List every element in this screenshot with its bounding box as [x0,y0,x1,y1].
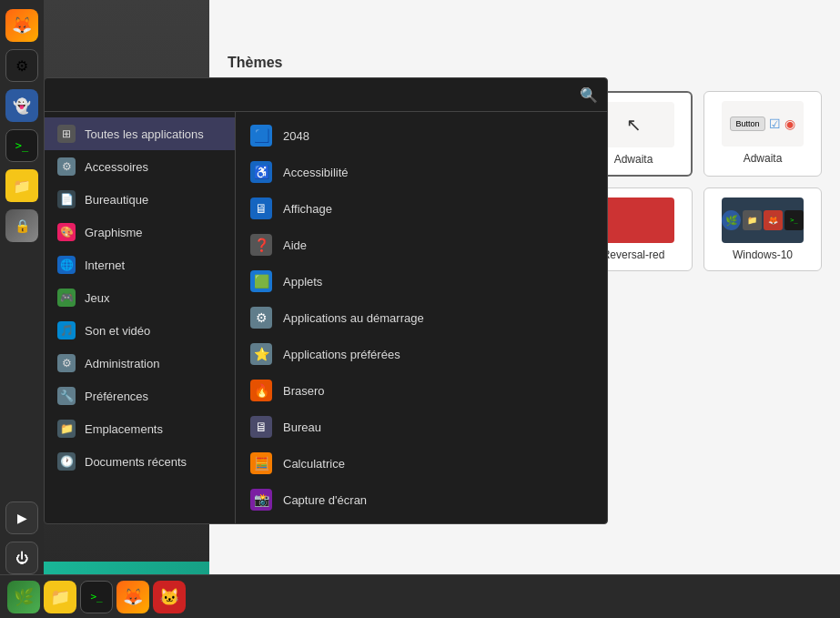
app-icon-startup: ⚙ [250,307,272,329]
app-item-accessibilite[interactable]: ♿ Accessibilité [236,154,607,190]
menu-item-documents-recents[interactable]: 🕐 Documents récents [45,445,235,478]
app-label-brasero: Brasero [283,384,325,398]
menu-label-accessories: Accessoires [85,160,148,174]
app-item-startup[interactable]: ⚙ Applications au démarrage [236,299,607,336]
dropdown-overlay: 🔍 ⊞ Toutes les applications ⚙ Accessoire… [44,77,608,524]
app-item-applets[interactable]: 🟩 Applets [236,263,607,299]
search-input[interactable] [54,86,580,104]
son-video-icon: 🎵 [57,321,76,339]
checkbox-preview: ☑ [769,117,781,131]
menu-label-all-apps: Toutes les applications [85,127,204,141]
app-label-affichage: Affichage [283,202,332,216]
search-bar: 🔍 [45,78,607,112]
app-item-capture[interactable]: 📸 Capture d'écran [236,481,607,518]
app-icon-system[interactable]: 🔒 [5,209,38,242]
taskbar-icon-files[interactable]: 📁 [44,581,76,613]
app-label-aide: Aide [283,238,307,252]
app-icon-clockwork[interactable]: ⚙ [5,49,38,82]
right-app-list: 🟦 2048 ♿ Accessibilité 🖥 Affichage ❓ Aid… [236,112,607,523]
app-icon-power[interactable]: ⏻ [5,542,38,574]
app-icon-forward[interactable]: ▶ [5,501,38,534]
app-icon-affichage: 🖥 [250,198,272,219]
emplacements-icon: 📁 [57,420,76,438]
app-icon-terminal[interactable]: >_ [5,129,38,162]
theme-card-windows-10[interactable]: 🌿 📁 🦊 >_ Windows-10 [703,187,822,271]
theme-grid: ↖ Adwaita Button ☑ ◉ Adwaita Reversal-re… [574,91,822,271]
left-menu: ⊞ Toutes les applications ⚙ Accessoires … [45,112,236,523]
menu-item-administration[interactable]: ⚙ Administration [45,347,235,380]
app-icon-calculatrice: 🧮 [250,452,272,474]
app-label-applets: Applets [283,275,322,289]
search-icon[interactable]: 🔍 [580,86,598,104]
taskbar-icon-terminal[interactable]: >_ [80,581,113,613]
theme-card-adwaita-button[interactable]: Button ☑ ◉ Adwaita [703,91,822,177]
theme-preview-adwaita-button: Button ☑ ◉ [722,101,804,147]
menu-item-graphisme[interactable]: 🎨 Graphisme [45,216,235,248]
menu-label-documents-recents: Documents récents [85,455,187,469]
win-term-icon: >_ [784,210,804,230]
app-label-capture: Capture d'écran [283,493,367,507]
win-mint-icon: 🌿 [722,210,741,230]
menu-item-jeux[interactable]: 🎮 Jeux [45,281,235,314]
accessories-icon: ⚙ [57,157,76,176]
menu-label-administration: Administration [85,357,159,370]
menu-item-son-video[interactable]: 🎵 Son et vidéo [45,314,235,347]
menu-item-bureautique[interactable]: 📄 Bureautique [45,183,235,216]
menu-item-emplacements[interactable]: 📁 Emplacements [45,412,235,445]
menu-item-all-apps[interactable]: ⊞ Toutes les applications [45,117,235,150]
preferences-icon: 🔧 [57,387,76,405]
cursor-symbol: ↖ [626,114,642,136]
menu-label-son-video: Son et vidéo [85,324,150,338]
app-icon-2048: 🟦 [250,125,272,147]
taskbar: 🌿 📁 >_ 🦊 🐱 [0,574,840,618]
menu-label-emplacements: Emplacements [85,422,163,436]
menu-item-preferences[interactable]: 🔧 Préférences [45,380,235,412]
app-strip: 🦊 ⚙ 👻 >_ 📁 🔒 ▶ ⏻ [0,0,44,574]
app-item-brasero[interactable]: 🔥 Brasero [236,372,607,409]
menu-label-internet: Internet [85,258,125,272]
taskbar-icon-hex[interactable]: 🐱 [153,581,186,613]
button-preview: Button [730,117,764,131]
menu-item-accessories[interactable]: ⚙ Accessoires [45,150,235,183]
documents-recents-icon: 🕐 [57,452,76,471]
app-label-bureau: Bureau [283,420,321,434]
app-icon-accessibilite: ♿ [250,161,272,183]
app-icon-firefox[interactable]: 🦊 [5,9,38,42]
graphisme-icon: 🎨 [57,223,76,241]
dropdown-body: ⊞ Toutes les applications ⚙ Accessoires … [45,112,607,523]
app-item-bureau[interactable]: 🖥 Bureau [236,409,607,445]
app-label-accessibilite: Accessibilité [283,166,349,179]
theme-label-reversal-red: Reversal-red [602,248,665,261]
app-icon-bureau: 🖥 [250,416,272,438]
menu-item-internet[interactable]: 🌐 Internet [45,248,235,281]
theme-preview-windows: 🌿 📁 🦊 >_ [722,198,804,243]
menu-label-jeux: Jeux [85,291,109,305]
bureautique-icon: 📄 [57,190,76,208]
theme-label-adwaita-button: Adwaita [744,152,783,165]
app-icon-brasero: 🔥 [250,380,272,401]
administration-icon: ⚙ [57,354,76,372]
win-ff-icon: 🦊 [764,210,783,230]
app-icon-aide: ❓ [250,234,272,256]
radio-preview: ◉ [784,117,795,131]
menu-label-graphisme: Graphisme [85,226,143,239]
app-item-aide[interactable]: ❓ Aide [236,227,607,263]
app-item-calculatrice[interactable]: 🧮 Calculatrice [236,445,607,481]
app-item-affichage[interactable]: 🖥 Affichage [236,190,607,227]
app-label-startup: Applications au démarrage [283,311,424,325]
taskbar-icon-firefox[interactable]: 🦊 [116,581,149,613]
win-folder-icon: 📁 [743,210,762,230]
app-icon-capture: 📸 [250,489,272,511]
jeux-icon: 🎮 [57,289,76,307]
app-label-preferred-apps: Applications préférées [283,348,400,361]
taskbar-icon-mint[interactable]: 🌿 [7,581,40,613]
app-item-2048[interactable]: 🟦 2048 [236,117,607,154]
app-icon-applets: 🟩 [250,270,272,292]
app-item-preferred-apps[interactable]: ⭐ Applications préférées [236,336,607,372]
app-label-calculatrice: Calculatrice [283,457,345,471]
menu-label-bureautique: Bureautique [85,193,148,207]
app-icon-folder[interactable]: 📁 [5,169,38,202]
app-icon-ghost[interactable]: 👻 [5,89,38,122]
theme-label-windows-10: Windows-10 [733,248,793,261]
app-icon-preferred-apps: ⭐ [250,343,272,365]
